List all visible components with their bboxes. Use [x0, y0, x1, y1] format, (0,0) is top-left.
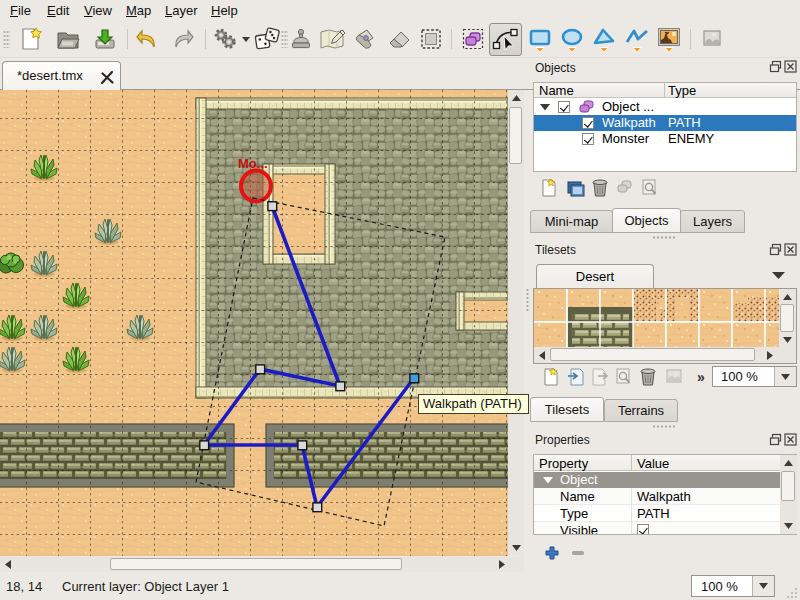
svg-text:Mo...: Mo...	[238, 156, 268, 171]
